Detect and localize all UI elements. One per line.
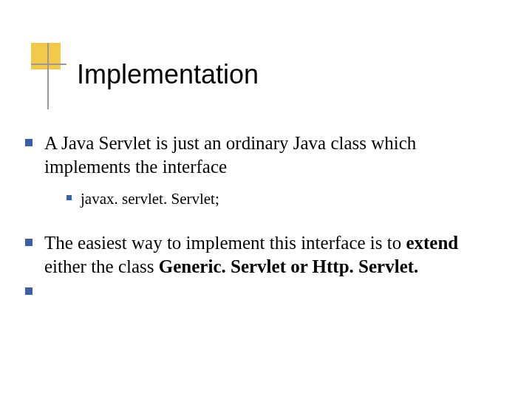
bullet-level1: [25, 280, 488, 295]
text-segment: The easiest way to implement this interf…: [44, 233, 406, 253]
bullet-level1: The easiest way to implement this interf…: [25, 231, 488, 279]
bullet-text: The easiest way to implement this interf…: [44, 231, 488, 279]
text-bold: Generic. Servlet or Http. Servlet.: [159, 256, 419, 276]
decoration-line-horizontal: [31, 64, 66, 65]
text-segment: either the class: [44, 256, 159, 276]
bullet-text: A Java Servlet is just an ordinary Java …: [44, 132, 488, 179]
text-bold: extend: [406, 233, 458, 253]
bullet-text: javax. servlet. Servlet;: [81, 189, 219, 209]
bullet-level1: A Java Servlet is just an ordinary Java …: [25, 132, 488, 179]
slide-title: Implementation: [77, 59, 262, 92]
slide-content: A Java Servlet is just an ordinary Java …: [25, 132, 488, 301]
bullet-level2: javax. servlet. Servlet;: [66, 189, 488, 209]
bullet-marker-icon: [25, 139, 33, 146]
bullet-marker-icon: [25, 239, 33, 246]
decoration-line-vertical: [47, 43, 49, 109]
bullet-marker-icon: [66, 195, 72, 200]
title-decoration: [31, 43, 68, 80]
bullet-marker-icon: [25, 287, 33, 295]
yellow-accent-box: [31, 43, 61, 69]
